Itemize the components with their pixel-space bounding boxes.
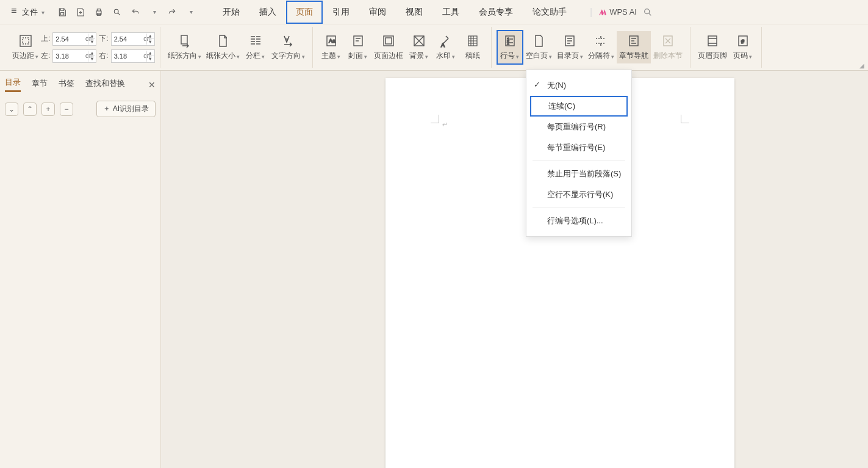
margin-right-input[interactable]: 3.18 cm ▲▼ (111, 49, 155, 63)
margins-icon (18, 34, 33, 48)
sidebar-tab-findreplace[interactable]: 查找和替换 (85, 78, 125, 92)
save-icon[interactable] (56, 5, 69, 19)
sidebar-tab-bookmark[interactable]: 书签 (59, 78, 74, 92)
background-button[interactable]: 背景 (406, 31, 432, 63)
search-icon[interactable] (643, 7, 653, 17)
ribbon-launcher-icon[interactable]: ◢ (859, 62, 864, 69)
cover-button[interactable]: 封面 (345, 31, 371, 63)
cover-icon (351, 34, 365, 48)
tab-start[interactable]: 开始 (213, 1, 249, 24)
tab-insert[interactable]: 插入 (249, 1, 286, 24)
sidebar-remove-button[interactable]: − (60, 103, 73, 116)
margin-left-input[interactable]: 3.18 cm ▲▼ (52, 49, 96, 63)
ribbon-tabs: 开始 插入 页面 引用 审阅 视图 工具 会员专享 论文助手 (213, 1, 576, 24)
group-design: Aa 主题 封面 页面边框 背景 A 水印 稿纸 (313, 27, 492, 68)
line-number-restart-section[interactable]: 每节重编行号(E) (526, 137, 631, 158)
text-direction-icon (281, 34, 295, 48)
sidebar-collapse-up-button[interactable]: ⌃ (23, 103, 37, 116)
sidebar-tab-chapter[interactable]: 章节 (32, 78, 48, 92)
page-border-icon (381, 34, 396, 48)
theme-icon: Aa (324, 34, 339, 48)
tab-reference[interactable]: 引用 (323, 1, 359, 24)
group-page-setup: 纸张方向 纸张大小 分栏 文字方向 (160, 27, 313, 68)
tab-view[interactable]: 视图 (396, 1, 432, 24)
redo-icon[interactable] (165, 5, 179, 19)
margin-top-value: 2.54 (56, 35, 68, 43)
tab-tools[interactable]: 工具 (432, 1, 469, 24)
theme-button[interactable]: Aa 主题 (318, 31, 345, 63)
svg-rect-5 (20, 35, 31, 46)
tab-review[interactable]: 审阅 (359, 1, 396, 24)
line-number-none[interactable]: 无(N) (526, 75, 631, 96)
undo-caret[interactable] (147, 5, 160, 19)
draft-paper-icon (465, 34, 480, 48)
ai-recognize-toc-button[interactable]: AI识别目录 (96, 101, 156, 117)
margins-button[interactable]: 页边距 (10, 31, 41, 63)
svg-point-3 (114, 9, 118, 13)
columns-icon (248, 34, 263, 48)
margin-top-down[interactable]: ▼ (88, 39, 95, 45)
background-icon (412, 34, 426, 48)
print-preview-icon[interactable] (110, 5, 124, 19)
line-number-suppress[interactable]: 禁止用于当前段落(S) (526, 164, 631, 184)
svg-text:A: A (441, 42, 445, 48)
line-number-dropdown: 无(N) 连续(C) 每页重编行号(R) 每节重编行号(E) 禁止用于当前段落(… (526, 70, 632, 237)
watermark-icon: A (439, 34, 453, 48)
svg-point-4 (645, 9, 650, 13)
navigation-sidebar: 目录 章节 书签 查找和替换 ✕ ⌄ ⌃ + − AI识别目录 (0, 71, 161, 468)
group-header-footer: 页眉页脚 # 页码 (690, 27, 762, 68)
chevron-down-icon (40, 7, 45, 16)
line-number-skip-blank[interactable]: 空行不显示行号(K) (526, 184, 631, 205)
header-footer-icon (705, 34, 720, 48)
page-number-button[interactable]: # 页码 (730, 31, 756, 63)
paper-size-button[interactable]: 纸张大小 (204, 31, 242, 63)
margin-bottom-value: 2.54 (114, 35, 127, 43)
page-number-icon: # (736, 34, 750, 48)
delete-section-button: 删除本节 (651, 31, 685, 63)
svg-text:2: 2 (507, 41, 509, 45)
margin-top-input[interactable]: 2.54 cm ▲▼ (52, 32, 96, 46)
sidebar-close-button[interactable]: ✕ (148, 80, 156, 90)
sidebar-tab-toc[interactable]: 目录 (5, 77, 21, 92)
line-number-continuous[interactable]: 连续(C) (530, 96, 628, 117)
draft-paper-button[interactable]: 稿纸 (459, 31, 486, 63)
tab-member[interactable]: 会员专享 (469, 1, 523, 24)
header-footer-button[interactable]: 页眉页脚 (695, 31, 730, 63)
undo-icon[interactable] (129, 5, 142, 19)
margin-bottom-label: 下: (99, 34, 108, 44)
dropdown-separator (533, 160, 625, 161)
line-number-button[interactable]: 12 行号 (497, 30, 523, 65)
svg-rect-0 (60, 12, 63, 15)
menu-bar: 文件 开始 插入 页面 引用 审阅 视图 工具 会员专享 论文助手 (0, 0, 868, 24)
orientation-button[interactable]: 纸张方向 (165, 31, 204, 63)
group-sections: 12 行号 空白页 目录页 分隔符 章节导航 删除本节 (492, 27, 690, 68)
margin-top-up[interactable]: ▲ (88, 34, 95, 40)
margin-bottom-input[interactable]: 2.54 cm ▲▼ (111, 32, 155, 46)
toc-page-button[interactable]: 目录页 (554, 31, 586, 63)
sidebar-expand-down-button[interactable]: ⌄ (5, 103, 18, 116)
text-direction-button[interactable]: 文字方向 (269, 31, 307, 63)
margin-left-value: 3.18 (56, 52, 68, 60)
columns-button[interactable]: 分栏 (242, 31, 269, 63)
blank-page-button[interactable]: 空白页 (523, 31, 554, 63)
line-number-icon: 12 (503, 34, 517, 48)
ai-recognize-toc-label: AI识别目录 (113, 104, 149, 114)
wps-ai-button[interactable]: WPS AI (598, 7, 637, 16)
sidebar-add-button[interactable]: + (41, 103, 55, 116)
document-canvas[interactable]: ↵ (161, 71, 868, 468)
redo-caret[interactable] (184, 5, 197, 19)
chapter-nav-button[interactable]: 章节导航 (617, 31, 651, 63)
tab-thesis[interactable]: 论文助手 (523, 1, 576, 24)
separator-button[interactable]: 分隔符 (586, 31, 617, 63)
print-icon[interactable] (92, 5, 106, 19)
tab-page[interactable]: 页面 (286, 1, 323, 24)
file-menu[interactable]: 文件 (6, 4, 49, 20)
page-border-button[interactable]: 页面边框 (371, 31, 406, 63)
line-number-restart-page[interactable]: 每页重编行号(R) (526, 117, 631, 137)
margins-label: 页边距 (12, 51, 34, 61)
margin-right-value: 3.18 (114, 52, 127, 60)
line-number-options[interactable]: 行编号选项(L)... (526, 211, 631, 231)
save-as-icon[interactable] (74, 5, 87, 19)
watermark-button[interactable]: A 水印 (432, 31, 459, 63)
svg-text:#: # (741, 38, 744, 45)
